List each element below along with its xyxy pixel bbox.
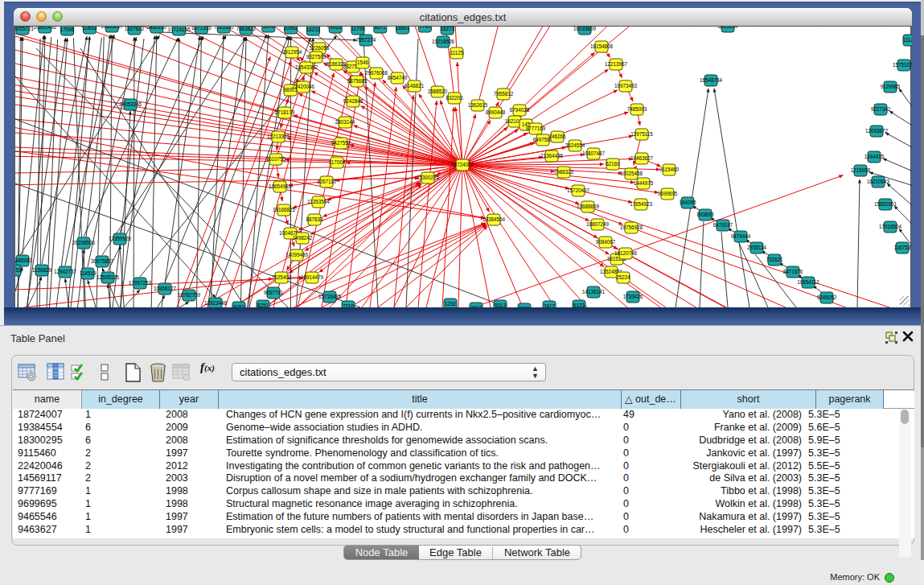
svg-text:9129965: 9129965	[881, 84, 901, 89]
svg-text:16231: 16231	[306, 27, 321, 32]
svg-text:7955812: 7955812	[494, 91, 514, 97]
svg-text:20053346: 20053346	[119, 101, 142, 107]
svg-text:8471676: 8471676	[783, 269, 803, 274]
svg-text:9313: 9313	[495, 303, 507, 307]
svg-text:11125: 11125	[450, 50, 464, 56]
svg-text:9777169: 9777169	[526, 126, 546, 131]
svg-text:1156829: 1156829	[32, 267, 52, 273]
svg-text:6466160: 6466160	[147, 27, 167, 30]
svg-text:9427552: 9427552	[331, 140, 351, 146]
svg-text:8990448: 8990448	[486, 109, 506, 115]
svg-text:1733426: 1733426	[623, 294, 643, 299]
svg-text:893893: 893893	[696, 212, 714, 217]
svg-text:10653: 10653	[83, 27, 97, 31]
svg-text:21364436: 21364436	[540, 153, 564, 159]
svg-text:20891406: 20891406	[34, 27, 57, 30]
svg-text:22420046: 22420046	[292, 84, 315, 89]
svg-text:1878: 1878	[263, 27, 275, 29]
svg-text:6123: 6123	[573, 303, 585, 307]
svg-text:15716485: 15716485	[318, 294, 342, 299]
svg-text:11353594: 11353594	[307, 199, 330, 204]
svg-text:8251: 8251	[257, 303, 269, 307]
svg-text:7216: 7216	[343, 303, 355, 307]
svg-text:9115460: 9115460	[659, 167, 680, 172]
svg-text:2051: 2051	[519, 306, 531, 307]
svg-text:12093872: 12093872	[865, 128, 889, 134]
svg-text:7625402: 7625402	[272, 274, 292, 280]
svg-text:12975115: 12975115	[630, 131, 653, 137]
svg-text:15273: 15273	[440, 27, 454, 31]
svg-text:16210643: 16210643	[867, 179, 890, 184]
svg-text:1362615: 1362615	[468, 102, 488, 108]
svg-text:3912954: 3912954	[282, 49, 302, 55]
svg-text:10463627: 10463627	[630, 155, 654, 161]
svg-text:20992: 20992	[284, 27, 298, 31]
svg-text:117004: 117004	[329, 159, 346, 165]
svg-text:2718179: 2718179	[275, 109, 295, 115]
svg-text:11795: 11795	[351, 27, 365, 31]
svg-text:9084067: 9084067	[596, 239, 616, 245]
svg-text:25224: 25224	[616, 274, 630, 280]
svg-text:10688609: 10688609	[577, 204, 600, 209]
svg-text:7986322: 7986322	[554, 169, 574, 175]
svg-text:15692901: 15692901	[874, 201, 897, 207]
svg-text:16154808: 16154808	[590, 43, 614, 49]
svg-text:164095: 164095	[679, 200, 696, 205]
svg-text:19166825: 19166825	[273, 207, 296, 212]
svg-text:10719155: 10719155	[168, 27, 191, 32]
svg-text:19756928: 19756928	[620, 225, 643, 230]
svg-text:114519: 114519	[80, 270, 97, 276]
svg-text:8571: 8571	[375, 27, 387, 30]
svg-text:16120746: 16120746	[614, 250, 638, 256]
svg-text:17096: 17096	[60, 27, 75, 32]
svg-text:20206536: 20206536	[72, 240, 96, 245]
svg-text:1215958: 1215958	[851, 167, 871, 173]
svg-text:12505135: 12505135	[97, 274, 120, 280]
svg-text:3267110: 3267110	[317, 179, 337, 184]
svg-text:116753: 116753	[894, 245, 911, 250]
svg-text:19384554: 19384554	[483, 216, 506, 222]
svg-text:39153: 39153	[15, 267, 22, 273]
svg-text:1546: 1546	[357, 60, 369, 65]
svg-text:8454749: 8454749	[388, 75, 408, 80]
svg-text:15300275: 15300275	[417, 175, 440, 180]
svg-text:1610755: 1610755	[266, 156, 286, 162]
svg-text:887833: 887833	[306, 216, 323, 222]
svg-text:1292: 1292	[445, 301, 457, 307]
svg-text:17359928: 17359928	[109, 236, 132, 241]
svg-text:15720407: 15720407	[567, 187, 590, 193]
svg-text:10958127: 10958127	[154, 286, 177, 291]
svg-text:5226058: 5226058	[310, 45, 330, 51]
svg-text:1527602: 1527602	[125, 27, 145, 31]
svg-text:14055721: 14055721	[15, 27, 34, 31]
svg-text:9657791: 9657791	[264, 290, 284, 295]
svg-text:12923448: 12923448	[204, 300, 228, 306]
svg-text:7412: 7412	[544, 303, 556, 307]
svg-text:12942737: 12942737	[54, 269, 77, 274]
svg-text:10973493: 10973493	[614, 83, 638, 89]
svg-text:7857274: 7857274	[356, 37, 376, 43]
svg-text:19218506: 19218506	[432, 39, 455, 44]
svg-text:1244415: 1244415	[864, 154, 885, 159]
svg-text:12213303: 12213303	[267, 134, 290, 139]
svg-text:1588520: 1588520	[428, 89, 448, 94]
svg-text:12213967: 12213967	[605, 61, 628, 67]
svg-text:6479197: 6479197	[713, 222, 733, 228]
svg-text:6671355: 6671355	[191, 27, 211, 31]
svg-text:1498242: 1498242	[293, 235, 313, 241]
svg-text:19654985: 19654985	[269, 183, 292, 189]
svg-text:7485003: 7485003	[627, 106, 647, 112]
svg-text:2935114: 2935114	[747, 245, 767, 250]
svg-text:9245052: 9245052	[817, 295, 837, 300]
svg-text:9242848: 9242848	[343, 98, 363, 104]
svg-text:732621: 732621	[766, 257, 783, 262]
svg-text:9327509: 9327509	[306, 54, 326, 60]
svg-text:9152: 9152	[233, 304, 245, 307]
svg-text:16548784: 16548784	[700, 77, 723, 83]
svg-text:17016504: 17016504	[879, 224, 902, 229]
svg-text:7749: 7749	[419, 27, 431, 29]
svg-text:16033809: 16033809	[573, 27, 597, 31]
svg-text:10653267: 10653267	[101, 27, 124, 29]
svg-text:18807249: 18807249	[586, 221, 610, 227]
svg-text:8813054: 8813054	[718, 27, 738, 29]
